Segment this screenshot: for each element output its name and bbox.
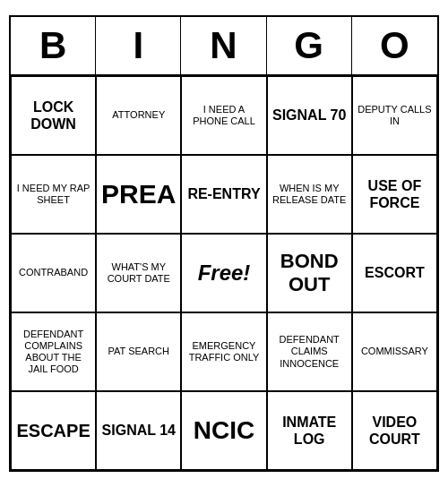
bingo-cell: COMMISSARY xyxy=(352,312,437,391)
header-letter: G xyxy=(267,17,352,74)
bingo-cell: Free! xyxy=(181,234,266,312)
header-letter: I xyxy=(96,17,181,74)
bingo-cell: PREA xyxy=(96,155,181,234)
bingo-cell: LOCK DOWN xyxy=(11,76,96,155)
bingo-cell: DEFENDANT CLAIMS INNOCENCE xyxy=(267,312,352,391)
bingo-cell: DEFENDANT COMPLAINS ABOUT THE JAIL FOOD xyxy=(11,312,96,391)
bingo-cell: VIDEO COURT xyxy=(352,391,437,470)
bingo-cell: I NEED MY RAP SHEET xyxy=(11,155,96,234)
bingo-cell: PAT SEARCH xyxy=(96,312,181,391)
bingo-cell: WHAT'S MY COURT DATE xyxy=(96,234,181,312)
bingo-cell: ATTORNEY xyxy=(96,76,181,155)
bingo-cell: NCIC xyxy=(181,391,266,470)
bingo-grid: LOCK DOWNATTORNEYI NEED A PHONE CALLSIGN… xyxy=(11,76,437,470)
header-letter: N xyxy=(181,17,266,74)
bingo-card: BINGO LOCK DOWNATTORNEYI NEED A PHONE CA… xyxy=(9,15,439,472)
bingo-cell: SIGNAL 70 xyxy=(267,76,352,155)
bingo-cell: I NEED A PHONE CALL xyxy=(181,76,266,155)
header-letter: B xyxy=(11,17,96,74)
bingo-cell: EMERGENCY TRAFFIC ONLY xyxy=(181,312,266,391)
bingo-cell: ESCORT xyxy=(352,234,437,312)
bingo-cell: USE OF FORCE xyxy=(352,155,437,234)
bingo-cell: DEPUTY CALLS IN xyxy=(352,76,437,155)
bingo-cell: SIGNAL 14 xyxy=(96,391,181,470)
bingo-cell: INMATE LOG xyxy=(267,391,352,470)
bingo-header: BINGO xyxy=(11,17,437,76)
bingo-cell: BOND OUT xyxy=(267,234,352,312)
bingo-cell: ESCAPE xyxy=(11,391,96,470)
bingo-cell: WHEN IS MY RELEASE DATE xyxy=(267,155,352,234)
bingo-cell: CONTRABAND xyxy=(11,234,96,312)
header-letter: O xyxy=(352,17,437,74)
bingo-cell: RE-ENTRY xyxy=(181,155,266,234)
